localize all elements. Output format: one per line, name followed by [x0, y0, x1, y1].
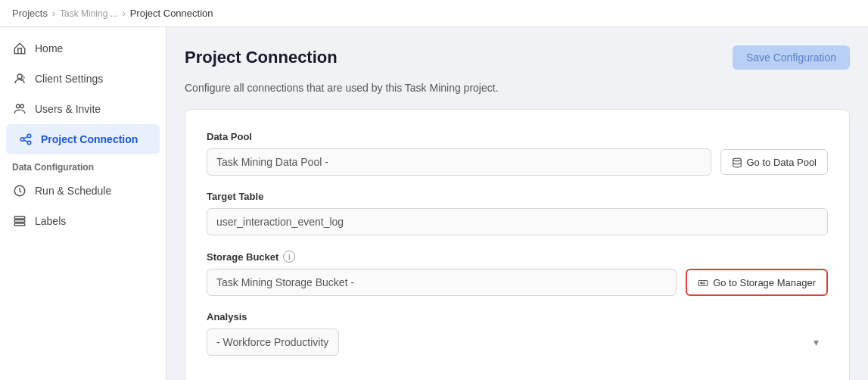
sidebar-item-run-schedule[interactable]: Run & Schedule	[0, 176, 166, 206]
analysis-group: Analysis - Workforce Productivity ▾	[207, 311, 828, 356]
data-pool-row: Go to Data Pool	[207, 148, 828, 176]
breadcrumb-projects[interactable]: Projects	[12, 8, 48, 19]
database-icon	[732, 156, 742, 168]
analysis-select-wrapper: - Workforce Productivity ▾	[207, 329, 828, 356]
schedule-icon	[12, 183, 27, 198]
sidebar-item-home-label: Home	[35, 42, 63, 55]
page-description: Configure all connections that are used …	[185, 82, 850, 94]
users-icon	[12, 101, 27, 117]
chevron-down-icon: ▾	[814, 336, 819, 348]
svg-point-2	[20, 104, 24, 108]
content-area: Project Connection Save Configuration Co…	[166, 27, 868, 380]
sidebar-item-project-connection-label: Project Connection	[41, 133, 138, 145]
svg-line-6	[24, 137, 28, 139]
svg-line-7	[24, 140, 28, 142]
sidebar-item-client-settings-label: Client Settings	[35, 73, 103, 85]
storage-bucket-input[interactable]	[207, 269, 677, 296]
save-configuration-button[interactable]: Save Configuration	[733, 45, 850, 70]
storage-bucket-info-icon[interactable]: i	[283, 251, 295, 263]
storage-bucket-row: Go to Storage Manager	[207, 269, 828, 296]
breadcrumb-chevron2-icon: ›	[123, 8, 126, 19]
data-pool-group: Data Pool Go to D	[207, 131, 828, 176]
go-to-data-pool-button[interactable]: Go to Data Pool	[720, 149, 829, 175]
page-title: Project Connection	[185, 48, 338, 67]
sidebar-item-project-connection[interactable]: Project Connection	[6, 124, 160, 154]
storage-icon	[698, 276, 708, 288]
analysis-select[interactable]: - Workforce Productivity	[207, 329, 339, 356]
target-table-group: Target Table	[207, 191, 828, 235]
go-to-storage-manager-button[interactable]: Go to Storage Manager	[686, 269, 828, 296]
svg-point-14	[701, 282, 702, 284]
sidebar-item-home[interactable]: Home	[0, 33, 166, 64]
breadcrumb-current-page: Project Connection	[130, 8, 213, 19]
breadcrumb-chevron-icon: ›	[52, 8, 55, 19]
data-pool-label: Data Pool	[207, 131, 828, 142]
storage-bucket-group: Storage Bucket i	[207, 251, 828, 296]
data-configuration-label: Data Configuration	[0, 154, 166, 176]
target-table-input[interactable]	[207, 208, 828, 235]
data-pool-input[interactable]	[207, 148, 711, 176]
svg-rect-11	[14, 223, 25, 226]
target-table-label: Target Table	[207, 191, 828, 202]
svg-point-12	[733, 158, 741, 161]
sidebar-item-users-invite-label: Users & Invite	[35, 103, 101, 115]
svg-point-4	[27, 134, 31, 138]
svg-point-3	[20, 138, 24, 142]
sidebar-item-client-settings[interactable]: Client Settings	[0, 64, 166, 94]
page-header: Project Connection Save Configuration	[185, 45, 850, 70]
connection-card: Data Pool Go to D	[185, 109, 850, 380]
home-icon	[12, 41, 27, 56]
sidebar-item-labels-label: Labels	[35, 215, 66, 227]
labels-icon	[12, 213, 27, 229]
svg-point-1	[17, 104, 20, 108]
breadcrumb-bar: Projects › Task Mining ... › Project Con…	[0, 0, 868, 27]
svg-point-0	[17, 74, 22, 79]
sidebar-item-labels[interactable]: Labels	[0, 206, 166, 236]
analysis-label: Analysis	[207, 311, 828, 322]
client-settings-icon	[12, 71, 27, 86]
sidebar: Home Client Settings	[0, 27, 166, 380]
svg-rect-9	[14, 216, 25, 219]
sidebar-item-users-invite[interactable]: Users & Invite	[0, 94, 166, 124]
svg-point-5	[27, 141, 31, 145]
breadcrumb-project-name: Task Mining ...	[60, 8, 118, 19]
connection-icon	[18, 132, 33, 147]
svg-rect-10	[14, 220, 25, 223]
storage-bucket-label: Storage Bucket i	[207, 251, 828, 263]
sidebar-item-run-schedule-label: Run & Schedule	[35, 185, 111, 197]
